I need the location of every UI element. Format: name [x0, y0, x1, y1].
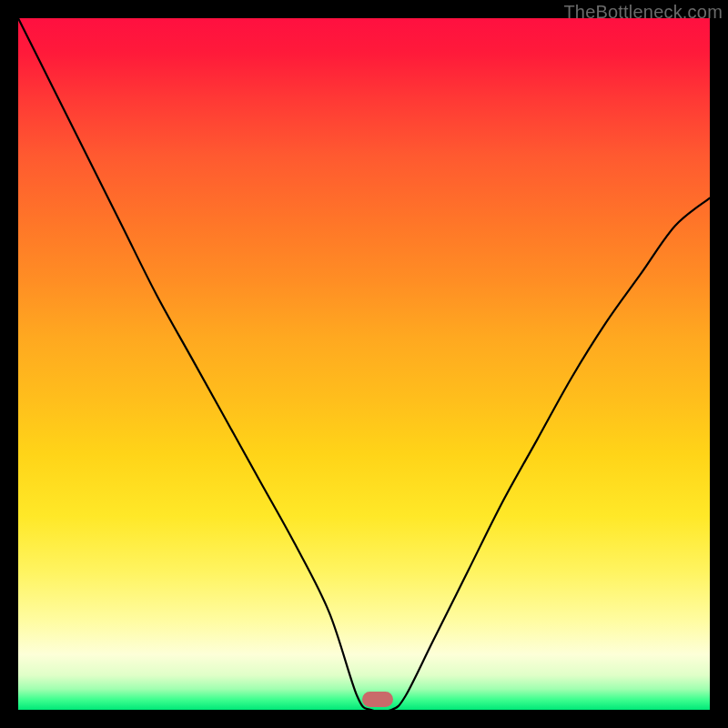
watermark-text: TheBottleneck.com	[563, 2, 723, 23]
chart-plot-area	[18, 18, 710, 710]
minimum-marker	[362, 692, 393, 707]
